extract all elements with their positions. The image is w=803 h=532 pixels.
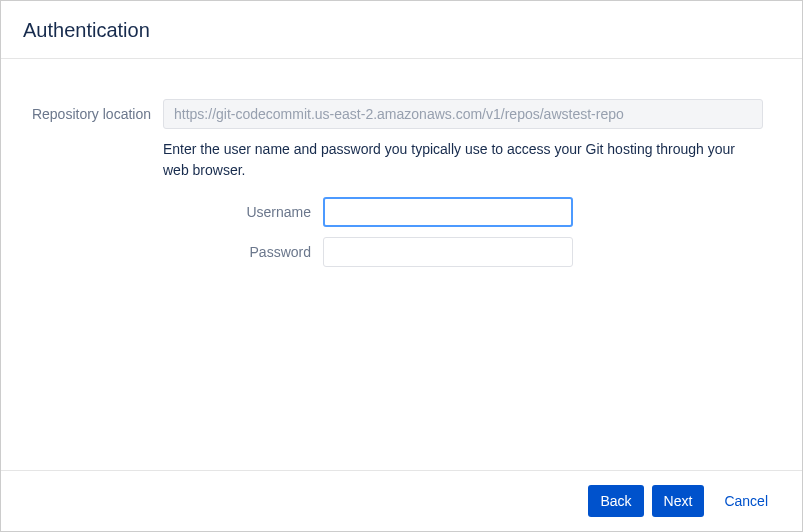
cancel-button[interactable]: Cancel bbox=[712, 485, 780, 517]
repo-location-label: Repository location bbox=[23, 106, 163, 122]
help-row: Enter the user name and password you typ… bbox=[23, 139, 780, 181]
password-input[interactable] bbox=[323, 237, 573, 267]
dialog-header: Authentication bbox=[1, 1, 802, 59]
dialog-content: Repository location Enter the user name … bbox=[1, 59, 802, 470]
page-title: Authentication bbox=[23, 19, 780, 42]
back-button[interactable]: Back bbox=[588, 485, 643, 517]
password-label: Password bbox=[23, 244, 323, 260]
repo-location-input bbox=[163, 99, 763, 129]
help-text: Enter the user name and password you typ… bbox=[163, 139, 763, 181]
username-label: Username bbox=[23, 204, 323, 220]
password-row: Password bbox=[23, 237, 780, 267]
dialog-footer: Back Next Cancel bbox=[1, 470, 802, 531]
repo-location-row: Repository location bbox=[23, 99, 780, 129]
authentication-dialog: Authentication Repository location Enter… bbox=[0, 0, 803, 532]
username-row: Username bbox=[23, 197, 780, 227]
username-input[interactable] bbox=[323, 197, 573, 227]
next-button[interactable]: Next bbox=[652, 485, 705, 517]
